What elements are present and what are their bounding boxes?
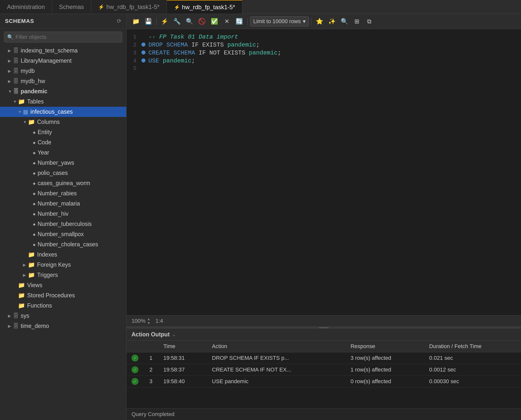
tree-item-mydb-hw[interactable]: 🗄 mydb_hw <box>0 76 126 86</box>
tree-item-mydb[interactable]: 🗄 mydb <box>0 66 126 76</box>
arrow-indexing <box>8 48 13 53</box>
label-col-entity: Entity <box>38 129 52 136</box>
sidebar-refresh-icon[interactable]: ⟳ <box>117 18 121 24</box>
label-pandemic: pandemic <box>21 88 47 95</box>
col-header-duration: Duration / Fetch Time <box>424 341 521 352</box>
zoom-down-icon[interactable]: ▼ <box>147 321 150 325</box>
tree-item-col-rabies[interactable]: ◆ Number_rabies <box>0 188 126 199</box>
save-button[interactable]: 💾 <box>143 16 154 26</box>
tree-item-col-malaria[interactable]: ◆ Number_malaria <box>0 199 126 209</box>
tree-item-col-entity[interactable]: ◆ Entity <box>0 127 126 137</box>
code-text-1: -- FP Task 01 Data import <box>148 34 238 40</box>
search-button[interactable]: 🔍 <box>184 16 195 26</box>
label-functions: Functions <box>27 302 52 309</box>
arrow-library <box>8 58 13 63</box>
zoom-control[interactable]: 100% ▲ ▼ <box>131 317 150 325</box>
arrow-columns <box>23 120 28 124</box>
tree-item-functions[interactable]: 📁 Functions <box>0 301 126 311</box>
col-header-response: Response <box>345 341 424 352</box>
tree-item-stored-procedures[interactable]: 📁 Stored Procedures <box>0 290 126 301</box>
tree-item-tables[interactable]: 📁 Tables <box>0 97 126 107</box>
tree-item-triggers[interactable]: 📁 Triggers <box>0 270 126 280</box>
open-folder-button[interactable]: 📁 <box>130 16 141 26</box>
arrow-tables <box>13 100 18 104</box>
tab-hw2[interactable]: ⚡ hw_rdb_fp_task1-5* <box>167 0 242 14</box>
tree-item-col-smallpox[interactable]: ◆ Number_smallpox <box>0 229 126 239</box>
execute-all-button[interactable]: 🔧 <box>172 16 183 26</box>
output-title: Action Output <box>131 331 170 338</box>
split-button[interactable]: ⧉ <box>364 16 375 26</box>
code-editor[interactable]: 1 -- FP Task 01 Data import 2 DROP SCHEM… <box>127 29 521 315</box>
code-text-4: USE pandemic; <box>148 57 195 64</box>
tab-hw2-label: hw_rdb_fp_task1-5* <box>182 4 235 11</box>
tree-item-col-year[interactable]: ◆ Year <box>0 148 126 158</box>
label-columns: Columns <box>37 119 60 125</box>
line-dot-2 <box>141 43 145 47</box>
magic-button[interactable]: ✨ <box>326 16 337 26</box>
output-expand-icon[interactable]: ⌄ <box>172 332 176 337</box>
commit-button[interactable]: ✅ <box>209 16 220 26</box>
tree-item-indexes[interactable]: 📁 Indexes <box>0 250 126 260</box>
zoom-up-icon[interactable]: ▲ <box>147 317 150 321</box>
tab-administration[interactable]: Administration <box>0 0 52 14</box>
tree-item-col-polio[interactable]: ◆ polio_cases <box>0 168 126 178</box>
splitter-handle <box>319 327 329 328</box>
arrow-sys <box>8 314 13 318</box>
rollback-button[interactable]: ✕ <box>221 16 232 26</box>
col-header-action: Action <box>207 341 345 352</box>
tree-item-col-guinea[interactable]: ◆ cases_guinea_worm <box>0 178 126 188</box>
folder-icon-views: 📁 <box>18 282 25 289</box>
tree-item-foreign-keys[interactable]: 📁 Foreign Keys <box>0 260 126 270</box>
tree-item-indexing[interactable]: 🗄 indexing_test_schema <box>0 46 126 56</box>
tree-item-col-cholera[interactable]: ◆ Number_cholera_cases <box>0 239 126 250</box>
tab-hw1[interactable]: ⚡ hw_rdb_fp_task1-5* <box>91 0 167 14</box>
tree-item-col-num-yaws[interactable]: ◆ Number_yaws <box>0 158 126 168</box>
filter-input[interactable] <box>15 34 119 40</box>
limit-select-label: Limit to 10000 rows <box>253 18 301 25</box>
table-icon-infectious: ▦ <box>23 108 28 115</box>
tree-item-sys[interactable]: 🗄 sys <box>0 311 126 321</box>
zoom-arrows[interactable]: ▲ ▼ <box>147 317 150 325</box>
tree-item-col-code[interactable]: ◆ Code <box>0 137 126 148</box>
refresh-button[interactable]: 🔄 <box>234 16 245 26</box>
tree-item-views[interactable]: 📁 Views <box>0 280 126 290</box>
code-text-3: CREATE SCHEMA IF NOT EXISTS pandemic; <box>148 50 281 56</box>
execute-button[interactable]: ⚡ <box>159 16 170 26</box>
tree-item-library[interactable]: 🗄 LibraryManagement <box>0 56 126 66</box>
tree-item-col-hiv[interactable]: ◆ Number_hiv <box>0 209 126 219</box>
stop-button[interactable]: 🚫 <box>196 16 207 26</box>
right-panel: 📁 💾 ⚡ 🔧 🔍 🚫 ✅ ✕ 🔄 Limit to 10000 rows ▾ … <box>127 14 521 420</box>
zoom-value: 100% <box>131 318 145 324</box>
tab-schemas[interactable]: Schemas <box>52 0 91 14</box>
line-num-4: 4 <box>127 58 141 64</box>
output-splitter[interactable] <box>127 327 521 329</box>
star-button[interactable]: ⭐ <box>314 16 325 26</box>
code-line-2: 2 DROP SCHEMA IF EXISTS pandemic; <box>127 41 521 49</box>
layout-button[interactable]: ⊞ <box>351 16 362 26</box>
col-icon-malaria: ◆ <box>33 202 36 206</box>
col-icon-smallpox: ◆ <box>33 232 36 236</box>
row3-num: 3 <box>143 376 158 387</box>
row1-duration: 0.021 sec <box>424 352 521 364</box>
col-icon-entity: ◆ <box>33 130 36 134</box>
label-col-rabies: Number_rabies <box>38 190 77 197</box>
output-row-1: ✓ 1 19:58:31 DROP SCHEMA IF EXISTS p... … <box>127 352 521 364</box>
tree-item-col-tb[interactable]: ◆ Number_tuberculosis <box>0 219 126 229</box>
tree-item-columns[interactable]: 📁 Columns <box>0 117 126 127</box>
folder-icon-foreign-keys: 📁 <box>28 262 35 268</box>
col-icon-tb: ◆ <box>33 222 36 226</box>
tab-hw2-icon: ⚡ <box>174 4 180 10</box>
limit-select[interactable]: Limit to 10000 rows ▾ <box>250 16 309 26</box>
arrow-mydb-hw <box>8 79 13 84</box>
tree-item-infectious-cases[interactable]: ▦ infectious_cases <box>0 107 126 117</box>
zoom-out-button[interactable]: 🔍 <box>339 16 350 26</box>
label-col-guinea: cases_guinea_worm <box>38 180 90 187</box>
tree-item-time-demo[interactable]: 🗄 time_demo <box>0 321 126 331</box>
tree-item-pandemic[interactable]: 🗄 pandemic <box>0 86 126 97</box>
line-dot-5 <box>141 66 145 70</box>
db-icon-time-demo: 🗄 <box>13 323 19 329</box>
row3-action: USE pandemic <box>207 376 345 387</box>
label-tables: Tables <box>27 98 44 105</box>
filter-box[interactable]: 🔍 <box>4 32 122 43</box>
line-num-3: 3 <box>127 50 141 56</box>
